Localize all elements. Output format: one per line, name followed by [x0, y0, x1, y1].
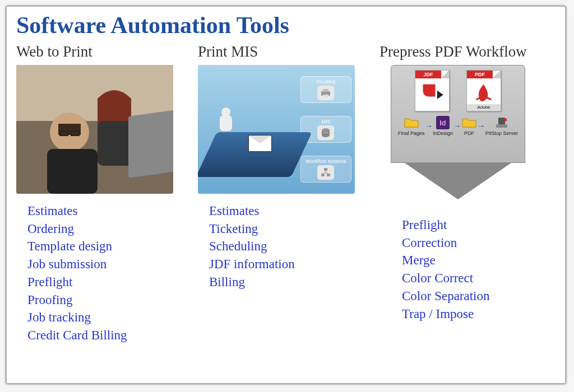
list-item: Preflight: [27, 273, 192, 291]
list-item: Credit Card Billing: [27, 326, 192, 344]
list-item: Job tracking: [27, 309, 192, 326]
svg-point-27: [503, 118, 507, 122]
slide: Software Automation Tools Web to Print: [6, 6, 566, 384]
column-web-to-print: Web to Print: [16, 43, 192, 344]
list-item: Color Separation: [402, 287, 556, 305]
jdf-document-icon: JDF: [415, 70, 450, 111]
pdf-document-icon: PDF Adobe: [466, 70, 501, 111]
list-prepress: Preflight Correction Merge Color Correct…: [379, 216, 556, 323]
column-heading: Print MIS: [198, 43, 374, 60]
adobe-label: Adobe: [467, 104, 501, 111]
svg-rect-1: [16, 65, 173, 121]
list-print-mis: Estimates Ticketing Scheduling JDF infor…: [198, 202, 374, 291]
svg-rect-9: [128, 110, 173, 178]
step-label: PitStop Server: [485, 130, 518, 136]
column-print-mis: Print MIS Proofing: [198, 43, 374, 344]
mis-label: Proofing: [303, 79, 349, 85]
list-item: Merge: [402, 251, 556, 269]
list-item: Template design: [27, 237, 192, 255]
list-web-to-print: Estimates Ordering Template design Job s…: [16, 202, 192, 344]
svg-rect-4: [58, 124, 81, 135]
list-item: Scheduling: [209, 237, 374, 255]
workflow-step: Id InDesign: [433, 116, 453, 136]
envelope-icon: [248, 135, 272, 152]
arrow-icon: →: [453, 122, 461, 130]
robot-icon: [215, 110, 237, 138]
columns: Web to Print: [16, 43, 556, 344]
indesign-icon: Id: [435, 116, 451, 129]
svg-line-21: [323, 172, 326, 174]
image-web-to-print: [16, 65, 173, 194]
workflow-icon: [317, 165, 334, 180]
workflow-step: Final Pages: [398, 116, 425, 136]
database-icon: [317, 125, 334, 140]
image-print-mis: Proofing MIS Workflow systems: [198, 65, 355, 194]
step-label: Final Pages: [398, 130, 425, 136]
workflow-step: PitStop Server: [485, 116, 518, 136]
step-label: PDF: [464, 130, 474, 136]
column-heading: Web to Print: [16, 43, 192, 60]
list-item: Estimates: [209, 202, 374, 220]
svg-line-22: [326, 172, 328, 174]
image-prepress-workflow: JDF PDF Adobe: [379, 65, 536, 205]
column-heading: Prepress PDF Workflow: [379, 43, 556, 60]
mis-label: Workflow systems: [303, 158, 349, 164]
svg-rect-18: [321, 174, 325, 176]
column-prepress: Prepress PDF Workflow JDF PDF Ad: [379, 43, 556, 344]
svg-rect-19: [327, 174, 330, 176]
list-item: Billing: [209, 273, 374, 291]
mis-label: MIS: [303, 119, 349, 124]
mis-box-proofing: Proofing: [300, 76, 351, 103]
svg-rect-3: [47, 149, 98, 194]
svg-rect-26: [496, 124, 507, 128]
jdf-label: JDF: [415, 71, 441, 78]
list-item: Proofing: [27, 291, 192, 309]
workflow-step: PDF: [461, 116, 477, 136]
svg-rect-17: [324, 168, 327, 171]
server-icon: [494, 116, 510, 129]
folder-icon: [461, 116, 477, 129]
list-item: Color Correct: [402, 269, 556, 287]
list-item: Estimates: [27, 202, 192, 220]
down-arrow-icon: [405, 163, 511, 199]
list-item: JDF information: [209, 255, 374, 273]
list-item: Correction: [402, 234, 556, 252]
arrow-icon: →: [425, 122, 433, 130]
svg-text:Id: Id: [439, 119, 446, 127]
slide-title: Software Automation Tools: [16, 12, 556, 39]
svg-rect-12: [323, 95, 328, 97]
list-item: Trap / Impose: [402, 305, 556, 323]
list-item: Preflight: [402, 216, 556, 234]
mis-box-workflow: Workflow systems: [300, 156, 351, 183]
svg-rect-11: [323, 89, 328, 92]
list-item: Job submission: [27, 255, 192, 273]
printer-icon: [317, 86, 334, 100]
list-item: Ordering: [27, 220, 192, 238]
folder-icon: [404, 116, 419, 129]
step-label: InDesign: [433, 130, 453, 136]
arrow-icon: →: [477, 122, 485, 130]
list-item: Ticketing: [209, 220, 374, 238]
pdf-label: PDF: [467, 71, 493, 78]
